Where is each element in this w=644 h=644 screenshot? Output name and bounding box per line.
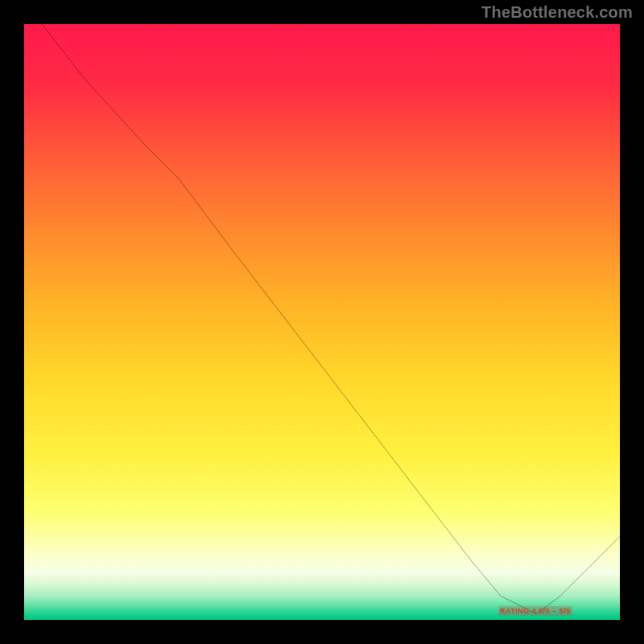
optimal-zone-label: RATING 4.5/5 – 5/5 (498, 606, 572, 616)
watermark-text: TheBottleneck.com (481, 3, 633, 22)
bottleneck-curve (24, 24, 620, 620)
plot-area: RATING 4.5/5 – 5/5 (24, 24, 620, 620)
chart-frame: TheBottleneck.com (0, 0, 644, 644)
